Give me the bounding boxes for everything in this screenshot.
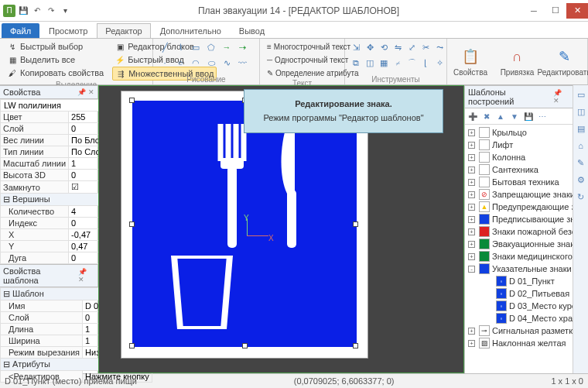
- tree-del-icon[interactable]: ✖: [480, 110, 493, 122]
- arrow-icon[interactable]: →: [220, 40, 234, 54]
- curve-icon[interactable]: 〰: [235, 56, 249, 70]
- tree-item[interactable]: +Лифт: [465, 139, 573, 151]
- tree-item[interactable]: +▲Предупреждающие знаки: [465, 201, 573, 213]
- tree-item[interactable]: +Предписывающие знаки: [465, 213, 573, 225]
- select-all-button[interactable]: ▦Выделить все: [5, 53, 106, 66]
- tree-down-icon[interactable]: ▼: [508, 110, 521, 122]
- arc-icon[interactable]: ◠: [189, 56, 203, 70]
- singleline-text-button[interactable]: ─Однострочный текст: [265, 53, 340, 66]
- group-draw-label: Рисование: [158, 75, 255, 84]
- tab-output[interactable]: Вывод: [231, 23, 273, 38]
- vtool-4-icon[interactable]: ⌂: [575, 139, 587, 152]
- arrow2-icon[interactable]: ⇢: [235, 40, 249, 54]
- tree-item[interactable]: +▨Наклонная желтая: [465, 337, 573, 349]
- tree-item[interactable]: +Колонна: [465, 151, 573, 163]
- tree-item[interactable]: +Знаки пожарной безопасности: [465, 225, 573, 238]
- scale-icon[interactable]: ⤢: [405, 40, 418, 54]
- canvas-area[interactable]: Y X Редактирование знака. Режим программ…: [98, 85, 464, 373]
- multiline-text-button[interactable]: ≡Многострочный текст: [265, 40, 340, 53]
- rect-icon[interactable]: ▭: [189, 40, 203, 54]
- pin-icon[interactable]: 📌 ✕: [77, 88, 94, 96]
- redo-icon[interactable]: ↷: [45, 5, 57, 17]
- handle-nw[interactable]: [129, 98, 135, 103]
- tree-save-icon[interactable]: 💾: [522, 110, 535, 122]
- prop-label: Цвет: [1, 112, 69, 123]
- tab-view[interactable]: Просмотр: [40, 23, 96, 38]
- copy-icon[interactable]: ⧉: [350, 56, 362, 70]
- select-all-icon: ▦: [7, 54, 18, 65]
- vtool-2-icon[interactable]: ◫: [575, 105, 587, 118]
- qat-drop-icon[interactable]: ▾: [59, 5, 71, 17]
- tree-item[interactable]: +Крыльцо: [465, 126, 573, 139]
- attr-def-button[interactable]: ✎Определение атрибута: [265, 67, 340, 79]
- vtool-7-icon[interactable]: ↻: [575, 191, 587, 203]
- svg-rect-2: [287, 190, 296, 248]
- prop-group[interactable]: ⊟ Вершины: [1, 194, 111, 206]
- tree-item[interactable]: +Сантехника: [465, 163, 573, 176]
- tree-item-child[interactable]: ◦D 02_Питьевая вода: [465, 287, 573, 300]
- undo-icon[interactable]: ↶: [31, 5, 43, 17]
- move-icon[interactable]: ✥: [364, 40, 376, 54]
- handle-w[interactable]: [129, 221, 135, 227]
- tree-item[interactable]: +⊸Сигнальная разметка: [465, 324, 573, 337]
- tree-new-icon[interactable]: ➕: [467, 110, 479, 122]
- draw-tools-grid: ╱⌇▭⬠→⇢ ·○◠⬭∿〰: [158, 40, 255, 70]
- ellipse-icon[interactable]: ⬭: [204, 56, 218, 70]
- bind-button[interactable]: ∩Привязка: [496, 45, 539, 78]
- join-icon[interactable]: ⌒: [405, 56, 418, 70]
- align-icon[interactable]: ⇲: [350, 40, 362, 54]
- vtool-1-icon[interactable]: ▭: [575, 88, 587, 101]
- polyline-icon[interactable]: ⌇: [173, 40, 187, 54]
- tree-item[interactable]: -Указательные знаки: [465, 263, 573, 275]
- array-icon[interactable]: ▦: [378, 56, 390, 70]
- point-icon[interactable]: ·: [158, 56, 172, 70]
- prop-label: Высота 3D: [1, 170, 69, 181]
- save-icon[interactable]: 💾: [17, 5, 29, 17]
- tab-file[interactable]: Файл: [2, 23, 39, 38]
- explode-icon[interactable]: ✧: [433, 56, 446, 70]
- break-icon[interactable]: ⌿: [391, 56, 404, 70]
- handle-s[interactable]: [242, 343, 248, 349]
- tree-up-icon[interactable]: ▲: [494, 110, 507, 122]
- maximize-button[interactable]: ☐: [545, 3, 566, 19]
- hint-tooltip: Редактирование знака. Режим программы "Р…: [244, 89, 443, 133]
- pin-icon[interactable]: 📌 ✕: [78, 268, 94, 283]
- circle-icon[interactable]: ○: [173, 56, 187, 70]
- mirror-icon[interactable]: ⇋: [391, 40, 404, 54]
- trim-icon[interactable]: ✂: [419, 40, 432, 54]
- block-icon: ▣: [115, 41, 125, 52]
- spline-icon[interactable]: ∿: [220, 56, 234, 70]
- tree-item-child[interactable]: ◦D 04_Место хранения: [465, 312, 573, 324]
- vtool-3-icon[interactable]: ▤: [575, 122, 587, 135]
- prop-label: Y: [1, 241, 69, 252]
- minimize-button[interactable]: ─: [523, 3, 545, 19]
- extend-icon[interactable]: ⤳: [433, 40, 446, 54]
- tree-item[interactable]: +Эвакуационные знаки: [465, 238, 573, 250]
- close-button[interactable]: ✕: [566, 3, 588, 19]
- tab-editor[interactable]: Редактор: [97, 23, 150, 38]
- handle-se[interactable]: [353, 343, 358, 349]
- tree-more-icon[interactable]: ⋯: [536, 110, 549, 122]
- tab-extra[interactable]: Дополнительно: [152, 23, 230, 38]
- fillet-icon[interactable]: ⌊: [419, 56, 432, 70]
- copy-props-button[interactable]: 🖌Копировать свойства: [5, 67, 106, 79]
- object-type-select[interactable]: LW полилиния: [1, 100, 110, 111]
- handle-e[interactable]: [353, 221, 358, 227]
- tree-item-child[interactable]: ◦D 03_Место курения: [465, 300, 573, 312]
- pin-icon[interactable]: 📌 ✕: [553, 89, 569, 105]
- sign-rect[interactable]: Y X: [132, 101, 357, 347]
- tree-item[interactable]: +⊘Запрещающие знаки: [465, 188, 573, 201]
- tree-item-child[interactable]: ◦D 01_Пункт: [465, 275, 573, 287]
- offset-icon[interactable]: ◫: [364, 56, 376, 70]
- vtool-5-icon[interactable]: ✎: [575, 156, 587, 169]
- poly-icon[interactable]: ⬠: [204, 40, 218, 54]
- line-icon[interactable]: ╱: [158, 40, 172, 54]
- tree-item[interactable]: +Бытовая техника: [465, 176, 573, 188]
- rotate-icon[interactable]: ⟲: [378, 40, 390, 54]
- vtool-6-icon[interactable]: ⚙: [575, 173, 587, 186]
- quick-select-button[interactable]: ↯Быстрый выбор: [5, 40, 106, 53]
- edit-button[interactable]: ✎Редактировать: [542, 45, 586, 78]
- handle-sw[interactable]: [129, 343, 135, 349]
- tree-item[interactable]: +Знаки медицинского назначения: [465, 250, 573, 263]
- props-button[interactable]: 📋Свойства: [449, 45, 492, 78]
